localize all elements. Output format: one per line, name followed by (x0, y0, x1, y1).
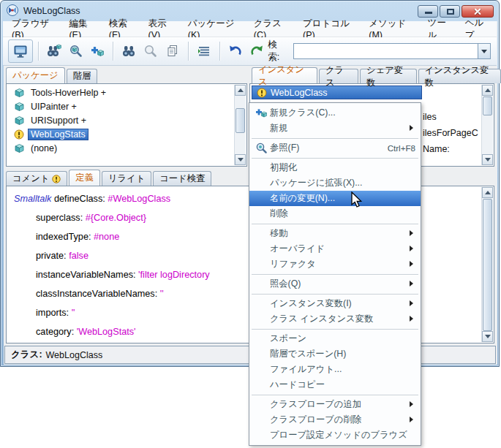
package-item[interactable]: (none) (8, 141, 59, 155)
menu-item-override[interactable]: オーバライド (249, 241, 421, 257)
search-dropdown-button[interactable] (478, 44, 490, 58)
scroll-down-button[interactable] (482, 154, 493, 165)
code-scrollbar[interactable] (481, 187, 493, 342)
magnifier-cube-icon (255, 142, 268, 154)
menu-item-browse-probe-methods[interactable]: プローブ設定メソッドのブラウズ (249, 428, 421, 443)
menu-item-file-out[interactable]: ファイルアウト... (249, 362, 421, 377)
menu-item-browse[interactable]: 参照(F) Ctrl+F8 (249, 140, 421, 156)
code-line: private: false (36, 251, 88, 261)
search-combobox (293, 43, 491, 59)
code-line: Smalltalk defineClass: #WebLogClass (14, 194, 170, 204)
menu-separator (252, 138, 418, 139)
tab-class[interactable]: クラス (319, 69, 358, 83)
submenu-arrow-icon (410, 246, 416, 251)
triangle-up-icon (485, 188, 491, 194)
tab-packages[interactable]: パッケージ (6, 67, 65, 83)
code-line: superclass: #{Core.Object} (36, 213, 146, 223)
clipped-list-text: ilesForPageC (423, 128, 478, 138)
plus-cube-icon (90, 44, 105, 58)
package-item-selected[interactable]: WebLogStats (8, 127, 88, 141)
tab-hierarchy[interactable]: 階層 (67, 69, 98, 83)
menu-separator (252, 158, 418, 159)
menu-item-hardcopy[interactable]: ハードコピー (249, 377, 421, 392)
menu-item-extend-package[interactable]: パッケージに拡張(X)... (249, 175, 421, 191)
undo-icon (228, 44, 243, 58)
tab-shared-variables[interactable]: シェア変数 (360, 69, 416, 83)
format-button[interactable] (194, 41, 214, 61)
package-item[interactable]: URISupport + (8, 113, 88, 127)
menu-item-spawn[interactable]: スポーン (249, 331, 421, 346)
scrollbar-thumb[interactable] (483, 199, 492, 331)
document-copy-icon (165, 44, 180, 58)
magnifier-off-icon (143, 44, 158, 58)
package-cube-icon (14, 115, 25, 126)
undo-button[interactable] (225, 41, 246, 61)
package-item[interactable]: UIPainter + (8, 99, 79, 113)
submenu-arrow-icon (410, 261, 416, 267)
toolbar-separator (188, 42, 189, 61)
class-list-scrollbar[interactable] (481, 85, 493, 165)
list-format-icon (197, 44, 211, 58)
search-input[interactable] (294, 44, 478, 58)
browse-class-button[interactable] (66, 41, 86, 61)
tab-rewrite[interactable]: リライト (102, 171, 151, 186)
scroll-down-button[interactable] (235, 154, 246, 165)
tab-comment[interactable]: コメント (6, 171, 67, 186)
plus-cube-icon (255, 107, 268, 119)
find-class-button[interactable] (44, 41, 64, 61)
scroll-down-button[interactable] (482, 331, 493, 342)
browser-icon (12, 43, 29, 59)
scroll-up-button[interactable] (235, 85, 246, 96)
redo-button[interactable] (246, 41, 267, 61)
tab-definition[interactable]: 定義 (69, 170, 100, 186)
submenu-arrow-icon (410, 281, 416, 286)
menu-item-spawn-hierarchy[interactable]: 階層でスポーン(H) (249, 346, 421, 362)
submenu-arrow-icon (410, 125, 416, 131)
menu-item-refactor[interactable]: リファクタ (249, 257, 421, 272)
search-again-button[interactable] (140, 41, 161, 61)
package-cube-icon (14, 143, 25, 153)
menu-item-remove-class-probe[interactable]: クラスプローブの削除 (249, 412, 421, 428)
code-line: category: 'WebLogStats' (36, 327, 136, 337)
open-browser-button[interactable] (8, 39, 33, 63)
menu-item-rename[interactable]: 名前の変更(N)... (249, 191, 421, 206)
binoculars-cube-icon (47, 44, 61, 58)
package-item[interactable]: Tools-HoverHelp + (8, 86, 108, 99)
triangle-down-icon (485, 335, 491, 341)
toolbar-separator (219, 42, 220, 61)
menu-item-instance-variables[interactable]: インスタンス変数(I) (249, 296, 421, 311)
package-list-scrollbar[interactable] (234, 85, 246, 165)
menu-item-delete[interactable]: 削除 (249, 206, 421, 221)
submenu-arrow-icon (410, 316, 416, 322)
menu-item-move[interactable]: 移動 (249, 226, 421, 241)
clipped-list-text: iles (423, 112, 437, 122)
chevron-down-icon (481, 50, 487, 56)
menu-item-new-class[interactable]: 新規クラス(C)... (249, 105, 421, 121)
new-class-button[interactable] (87, 41, 108, 61)
find-button[interactable] (118, 41, 139, 61)
menu-item-add-class-probe[interactable]: クラスプローブの追加 (249, 397, 421, 412)
warning-icon (257, 88, 267, 98)
magnifier-cube-icon (69, 44, 83, 58)
menu-item-query[interactable]: 照会(Q) (249, 276, 421, 292)
tab-instance[interactable]: インスタンス (252, 67, 317, 83)
package-list-pane: Tools-HoverHelp + UIPainter + URISupport… (6, 83, 247, 167)
statusbar-label: クラス: (11, 349, 42, 361)
copy-button[interactable] (162, 41, 183, 61)
redo-icon (249, 44, 264, 58)
tab-instance-variables[interactable]: インスタンス変数 (418, 69, 501, 83)
window-title: WebLogClass (23, 6, 80, 16)
scrollbar-thumb[interactable] (483, 96, 492, 115)
scroll-up-button[interactable] (482, 187, 493, 198)
tab-code-critic[interactable]: コード検査 (153, 171, 211, 186)
menu-item-new[interactable]: 新規 (249, 121, 421, 136)
scrollbar-thumb[interactable] (236, 108, 245, 133)
menu-item-class-instance-variables[interactable]: クラス インスタンス変数 (249, 311, 421, 327)
triangle-down-icon (238, 158, 244, 164)
screen: WebLogClass ブラウザ(B) 編集(E) 検索(F) 表示(V) パッ… (0, 0, 501, 448)
menu-item-initialize[interactable]: 初期化 (249, 160, 421, 175)
menubar: ブラウザ(B) 編集(E) 検索(F) 表示(V) パッケージ(K) クラス(C… (3, 21, 497, 37)
statusbar-value: WebLogClass (46, 350, 103, 360)
menu-separator (252, 329, 418, 330)
warning-icon (52, 175, 61, 183)
